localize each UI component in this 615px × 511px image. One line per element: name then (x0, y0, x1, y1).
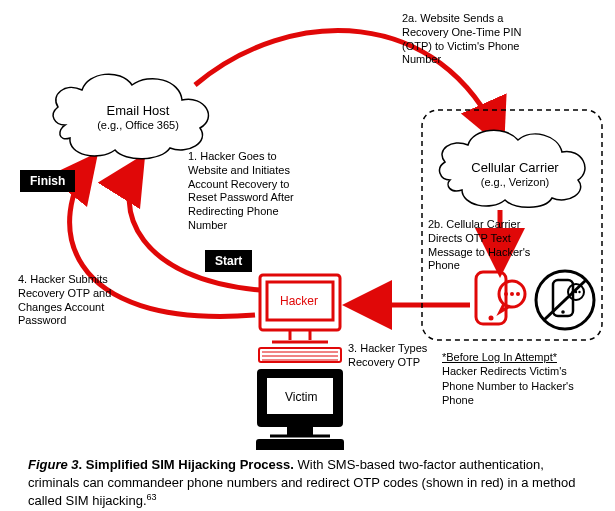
diagram-canvas: Email Host (e.g., Office 365) Cellular C… (10, 10, 605, 450)
svg-rect-13 (257, 440, 343, 450)
step4-label: 4. Hacker Submits Recovery OTP and Chang… (18, 273, 138, 328)
email-host-title: Email Host (88, 103, 188, 119)
svg-point-18 (510, 292, 514, 296)
svg-point-19 (516, 292, 520, 296)
svg-point-26 (578, 291, 580, 293)
carrier-sub: (e.g., Verizon) (460, 176, 570, 189)
svg-point-22 (561, 310, 565, 314)
blocked-phone-icon (536, 271, 594, 329)
hacker-phone-icon (476, 272, 525, 324)
finish-flag: Finish (20, 170, 75, 192)
figure-number: Figure 3 (28, 457, 79, 472)
step1-label: 1. Hacker Goes to Website and Initiates … (188, 150, 318, 233)
carrier-label: Cellular Carrier (e.g., Verizon) (460, 160, 570, 189)
figure-caption: Figure 3. Simplified SIM Hijacking Proce… (10, 456, 588, 510)
svg-point-17 (504, 292, 508, 296)
victim-label: Victim (285, 390, 317, 404)
hacker-label: Hacker (280, 294, 318, 308)
victim-computer-icon (257, 370, 343, 450)
carrier-title: Cellular Carrier (460, 160, 570, 176)
figure-ref: 63 (147, 492, 157, 502)
hacker-computer-icon (259, 275, 341, 362)
email-host-label: Email Host (e.g., Office 365) (88, 103, 188, 132)
email-host-sub: (e.g., Office 365) (88, 119, 188, 132)
before-heading: *Before Log In Attempt* (442, 351, 557, 363)
start-flag: Start (205, 250, 252, 272)
step2b-label: 2b. Cellular Carrier Directs OTP Text Me… (428, 218, 548, 273)
svg-point-15 (489, 316, 494, 321)
step2a-label: 2a. Website Sends a Recovery One-Time PI… (402, 12, 542, 67)
figure-title: Simplified SIM Hijacking Process. (86, 457, 294, 472)
before-body: Hacker Redirects Victim's Phone Number t… (442, 365, 574, 406)
svg-rect-11 (288, 426, 312, 434)
before-login-note: *Before Log In Attempt* Hacker Redirects… (442, 350, 597, 407)
